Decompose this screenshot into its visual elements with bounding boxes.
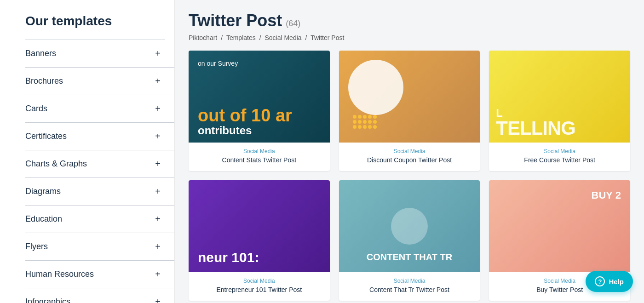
- card6-text: BUY 2: [592, 189, 621, 201]
- template-thumbnail-4: neur 101:: [189, 180, 330, 272]
- page-title: Twitter Post: [189, 11, 282, 30]
- sidebar-item-brochures[interactable]: Brochures +: [25, 68, 174, 95]
- sidebar-plus-icon: +: [155, 131, 161, 142]
- sidebar-item-label: Certificates: [25, 131, 67, 141]
- template-name-4: Entrepreneur 101 Twitter Post: [196, 286, 322, 293]
- template-thumbnail-2: [339, 51, 480, 143]
- card3-text1: TELLING: [496, 119, 575, 138]
- sidebar-item-label: Diagrams: [25, 187, 61, 196]
- template-name-5: Content That Tr Twitter Post: [346, 286, 473, 293]
- sidebar-plus-icon: +: [155, 48, 161, 59]
- template-card[interactable]: neur 101: Social Media Entrepreneur 101 …: [189, 180, 330, 301]
- template-card[interactable]: Social Media Discount Coupon Twitter Pos…: [339, 51, 480, 171]
- sidebar-item-certificates[interactable]: Certificates +: [25, 123, 174, 150]
- main-content: Twitter Post (64) Piktochart / Templates…: [175, 0, 644, 303]
- sidebar: Our templates Banners + Brochures + Card…: [0, 0, 175, 303]
- sidebar-item-label: Flyers: [25, 242, 48, 252]
- sidebar-item-human-resources[interactable]: Human Resources +: [25, 261, 174, 288]
- sidebar-item-education[interactable]: Education +: [25, 206, 174, 233]
- template-category-1: Social Media: [196, 148, 322, 154]
- card4-text: neur 101:: [198, 250, 259, 265]
- breadcrumb-social-media[interactable]: Social Media: [264, 34, 301, 41]
- sidebar-item-diagrams[interactable]: Diagrams +: [25, 178, 174, 206]
- card5-text: CONTENT THAT TR: [346, 251, 473, 263]
- card2-circle: [348, 60, 403, 115]
- template-card[interactable]: CONTENT THAT TR Social Media Content Tha…: [339, 180, 480, 301]
- help-button[interactable]: ? Help: [586, 271, 633, 292]
- sidebar-plus-icon: +: [155, 214, 161, 224]
- page-count: (64): [286, 19, 300, 29]
- sidebar-item-label: Infographics: [25, 297, 70, 303]
- breadcrumb-twitter-post[interactable]: Twitter Post: [310, 34, 344, 41]
- breadcrumb: Piktochart / Templates / Social Media / …: [189, 34, 630, 41]
- template-category-4: Social Media: [196, 278, 322, 284]
- card1-big: out of 10 ar: [198, 107, 292, 124]
- sidebar-item-infographics[interactable]: Infographics +: [25, 288, 174, 303]
- template-info-5: Social Media Content That Tr Twitter Pos…: [339, 272, 480, 301]
- sidebar-plus-icon: +: [155, 241, 161, 252]
- template-info-2: Social Media Discount Coupon Twitter Pos…: [339, 143, 480, 171]
- sidebar-plus-icon: +: [155, 186, 161, 197]
- template-name-2: Discount Coupon Twitter Post: [346, 156, 473, 164]
- sidebar-item-cards[interactable]: Cards +: [25, 95, 174, 123]
- template-info-4: Social Media Entrepreneur 101 Twitter Po…: [189, 272, 330, 301]
- template-info-3: Social Media Free Course Twitter Post: [489, 143, 630, 171]
- sidebar-item-label: Charts & Graphs: [25, 159, 87, 169]
- breadcrumb-piktochart[interactable]: Piktochart: [189, 34, 217, 41]
- template-category-3: Social Media: [496, 148, 623, 154]
- sidebar-item-banners[interactable]: Banners +: [25, 40, 174, 68]
- sidebar-plus-icon: +: [155, 159, 161, 169]
- card2-dots: [353, 115, 377, 129]
- template-card[interactable]: L TELLING Social Media Free Course Twitt…: [489, 51, 630, 171]
- breadcrumb-sep-2: /: [259, 34, 263, 41]
- breadcrumb-sep-1: /: [221, 34, 224, 41]
- sidebar-plus-icon: +: [155, 76, 161, 86]
- sidebar-plus-icon: +: [155, 269, 161, 280]
- sidebar-item-label: Human Resources: [25, 269, 94, 279]
- title-row: Twitter Post (64): [189, 11, 630, 30]
- sidebar-plus-icon: +: [155, 103, 161, 114]
- template-thumbnail-6: BUY 2: [489, 180, 630, 272]
- card5-circle: [391, 208, 428, 245]
- template-name-3: Free Course Twitter Post: [496, 156, 623, 164]
- template-thumbnail-5: CONTENT THAT TR: [339, 180, 480, 272]
- breadcrumb-templates[interactable]: Templates: [226, 34, 256, 41]
- sidebar-item-flyers[interactable]: Flyers +: [25, 233, 174, 261]
- help-label: Help: [609, 278, 624, 286]
- sidebar-item-label: Education: [25, 214, 62, 224]
- template-thumbnail-3: L TELLING: [489, 51, 630, 143]
- sidebar-title: Our templates: [25, 14, 174, 29]
- template-card[interactable]: on our Survey out of 10 ar ontributes So…: [189, 51, 330, 171]
- template-name-1: Content Stats Twitter Post: [196, 156, 322, 164]
- sidebar-item-charts-graphs[interactable]: Charts & Graphs +: [25, 150, 174, 178]
- template-grid: on our Survey out of 10 ar ontributes So…: [189, 51, 630, 301]
- sidebar-item-label: Brochures: [25, 76, 63, 86]
- breadcrumb-sep-3: /: [305, 34, 309, 41]
- card1-sub: ontributes: [198, 124, 252, 137]
- template-info-1: Social Media Content Stats Twitter Post: [189, 143, 330, 171]
- sidebar-plus-icon: +: [155, 297, 161, 303]
- card1-text1: on our Survey: [198, 60, 238, 67]
- help-icon: ?: [595, 276, 605, 286]
- template-thumbnail-1: on our Survey out of 10 ar ontributes: [189, 51, 330, 143]
- sidebar-items-list: Banners + Brochures + Cards + Certificat…: [25, 40, 174, 303]
- template-category-2: Social Media: [346, 148, 473, 154]
- page-header: Twitter Post (64) Piktochart / Templates…: [189, 11, 630, 41]
- template-category-5: Social Media: [346, 278, 473, 284]
- sidebar-item-label: Cards: [25, 104, 47, 114]
- sidebar-item-label: Banners: [25, 49, 56, 58]
